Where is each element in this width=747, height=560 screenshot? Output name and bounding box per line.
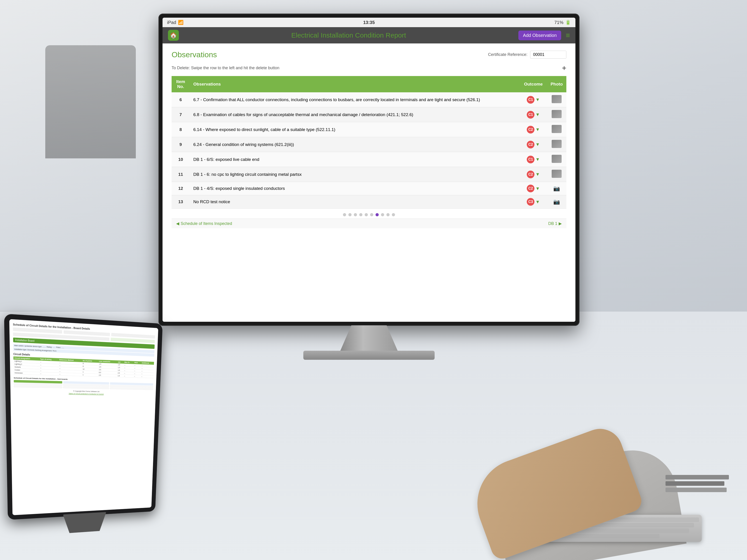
nav-back-label: Schedule of Items Inspected bbox=[181, 221, 232, 226]
cell-outcome[interactable]: C1 ▼ bbox=[520, 92, 547, 107]
status-left: iPad 📶 bbox=[167, 20, 184, 25]
cell-photo[interactable] bbox=[547, 137, 566, 152]
photo-thumbnail bbox=[552, 110, 562, 118]
outcome-dropdown-icon[interactable]: ▼ bbox=[535, 112, 540, 117]
observations-table: Item No. Observations Outcome Photo 6 6.… bbox=[172, 76, 566, 209]
home-icon: 🏠 bbox=[170, 32, 177, 39]
book-3 bbox=[666, 488, 727, 492]
cell-photo[interactable] bbox=[547, 167, 566, 182]
ipad-stand bbox=[63, 512, 106, 534]
cell-photo[interactable]: 📷 bbox=[547, 195, 566, 209]
cell-outcome[interactable]: C3 ▼ bbox=[520, 195, 547, 209]
ipad: Schedule of Circuit Details for the Inst… bbox=[4, 314, 163, 520]
photo-thumbnail bbox=[552, 95, 562, 103]
cert-ref-area: Certificate Reference: bbox=[488, 51, 566, 59]
bottom-nav: ◀ Schedule of Items Inspected DB 1 ▶ bbox=[172, 219, 566, 228]
cell-description: DB 1 - 6/S: exposed live cable end bbox=[190, 152, 520, 167]
hamburger-menu-icon[interactable]: ≡ bbox=[566, 31, 570, 39]
outcome-dropdown-icon[interactable]: ▼ bbox=[535, 97, 540, 102]
time-display: 13:35 bbox=[363, 20, 375, 25]
cell-outcome[interactable]: C2 ▼ bbox=[520, 182, 547, 195]
outcome-dropdown-icon[interactable]: ▼ bbox=[535, 172, 540, 177]
pagination-dot[interactable] bbox=[359, 213, 362, 216]
photo-thumbnail bbox=[552, 125, 562, 133]
pagination-dot[interactable] bbox=[349, 213, 352, 216]
nav-forward-button[interactable]: DB 1 ▶ bbox=[548, 221, 562, 226]
add-row-icon[interactable]: + bbox=[562, 63, 566, 72]
outcome-badge-circle: C3 bbox=[527, 198, 535, 206]
cell-item-no: 10 bbox=[172, 152, 190, 167]
pagination-dot[interactable] bbox=[392, 213, 395, 216]
table-row[interactable]: 6 6.7 - Confirmation that ALL conductor … bbox=[172, 92, 566, 107]
outcome-dropdown-icon[interactable]: ▼ bbox=[535, 157, 540, 162]
pagination-dot[interactable] bbox=[370, 213, 373, 216]
table-row[interactable]: 12 DB 1 - 4/S: exposed single insulated … bbox=[172, 182, 566, 195]
ipad-bezel: Schedule of Circuit Details for the Inst… bbox=[4, 314, 163, 520]
cell-description: No RCD test notice bbox=[190, 195, 520, 209]
back-arrow-icon: ◀ bbox=[176, 221, 179, 226]
photo-thumbnail bbox=[552, 155, 562, 163]
table-row[interactable]: 8 6.14 - Where exposed to direct sunligh… bbox=[172, 122, 566, 137]
cell-photo[interactable] bbox=[547, 92, 566, 107]
photo-thumbnail bbox=[552, 170, 562, 178]
table-row[interactable]: 9 6.24 - General condition of wiring sys… bbox=[172, 137, 566, 152]
outcome-dropdown-icon[interactable]: ▼ bbox=[535, 142, 540, 147]
battery-icon: 🔋 bbox=[565, 20, 571, 25]
cell-outcome[interactable]: C2 ▼ bbox=[520, 137, 547, 152]
cell-item-no: 12 bbox=[172, 182, 190, 195]
pagination-dot[interactable] bbox=[343, 213, 346, 216]
cell-photo[interactable] bbox=[547, 122, 566, 137]
table-row[interactable]: 13 No RCD test notice C3 ▼ 📷 bbox=[172, 195, 566, 209]
pagination-dot[interactable] bbox=[386, 213, 390, 216]
outcome-badge-circle: C1 bbox=[527, 156, 535, 163]
camera-icon: 📷 bbox=[553, 199, 560, 205]
nav-back-button[interactable]: ◀ Schedule of Items Inspected bbox=[176, 221, 232, 226]
outcome-badge-circle: C2 bbox=[527, 185, 535, 192]
outcome-dropdown-icon[interactable]: ▼ bbox=[535, 186, 540, 191]
cell-outcome[interactable]: C2 ▼ bbox=[520, 122, 547, 137]
observations-header: Observations Certificate Reference: bbox=[172, 50, 566, 59]
pagination-dot[interactable] bbox=[376, 213, 379, 216]
table-row[interactable]: 10 DB 1 - 6/S: exposed live cable end C1… bbox=[172, 152, 566, 167]
cell-item-no: 11 bbox=[172, 167, 190, 182]
cell-outcome[interactable]: C1 ▼ bbox=[520, 107, 547, 122]
col-item-no: Item No. bbox=[172, 76, 190, 92]
cell-photo[interactable] bbox=[547, 107, 566, 122]
ipad-th-rcd: RCD bbox=[133, 361, 141, 364]
cell-outcome[interactable]: C2 ▼ bbox=[520, 167, 547, 182]
ipad-screen: Schedule of Circuit Details for the Inst… bbox=[9, 319, 158, 515]
book-1 bbox=[666, 475, 729, 479]
monitor-stand-base bbox=[303, 351, 435, 360]
delete-hint-text: To Delete: Swipe the row to the left and… bbox=[172, 65, 279, 70]
wifi-icon: 📶 bbox=[178, 20, 184, 25]
photo-thumbnail bbox=[552, 140, 562, 148]
cert-ref-input[interactable] bbox=[530, 51, 566, 59]
add-observation-button[interactable]: Add Observation bbox=[518, 30, 561, 40]
header-right: Add Observation ≡ bbox=[518, 30, 570, 40]
cell-outcome[interactable]: C1 ▼ bbox=[520, 152, 547, 167]
camera-icon: 📷 bbox=[553, 185, 560, 191]
col-photo: Photo bbox=[547, 76, 566, 92]
cell-photo[interactable]: 📷 bbox=[547, 182, 566, 195]
pagination-dot[interactable] bbox=[381, 213, 384, 216]
cell-item-no: 8 bbox=[172, 122, 190, 137]
monitor-screen: iPad 📶 13:35 71% 🔋 🏠 Electrical Installa… bbox=[162, 18, 575, 322]
cell-photo[interactable] bbox=[547, 152, 566, 167]
outcome-dropdown-icon[interactable]: ▼ bbox=[535, 199, 540, 205]
outcome-dropdown-icon[interactable]: ▼ bbox=[535, 127, 540, 132]
outcome-badge-circle: C2 bbox=[527, 126, 535, 133]
ipad-th-cpc: cpc bbox=[117, 361, 124, 364]
battery-percent: 71% bbox=[555, 20, 563, 25]
desk-items bbox=[666, 475, 729, 492]
table-row[interactable]: 11 DB 1 - 6: no cpc to lighting circuit … bbox=[172, 167, 566, 182]
cell-description: 6.7 - Confirmation that ALL conductor co… bbox=[190, 92, 520, 107]
home-icon-box[interactable]: 🏠 bbox=[168, 30, 179, 41]
pagination-dot[interactable] bbox=[354, 213, 357, 216]
col-outcome: Outcome bbox=[520, 76, 547, 92]
cert-ref-label: Certificate Reference: bbox=[488, 52, 527, 57]
cell-description: DB 1 - 4/S: exposed single insulated con… bbox=[190, 182, 520, 195]
app-content: Observations Certificate Reference: To D… bbox=[162, 44, 575, 322]
cell-item-no: 9 bbox=[172, 137, 190, 152]
table-row[interactable]: 7 6.8 - Examination of cables for signs … bbox=[172, 107, 566, 122]
pagination-dot[interactable] bbox=[365, 213, 368, 216]
